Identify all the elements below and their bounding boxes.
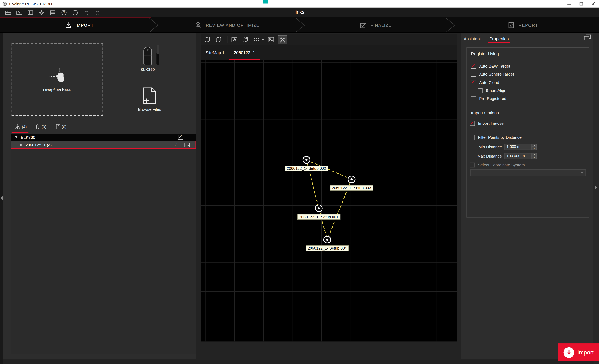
setup-label[interactable]: 2060122_1- Setup 002: [285, 166, 328, 171]
close-button[interactable]: [587, 0, 599, 8]
tree-root-row[interactable]: BLK360: [11, 134, 196, 141]
option-label: Filter Points by Distance: [478, 135, 521, 140]
option-pre-registered[interactable]: Pre-Registered: [471, 95, 586, 102]
device-list-scrollbar[interactable]: [156, 45, 159, 65]
option-select-coordinate-system: Select Coordinate System: [470, 162, 585, 168]
links-tool-button[interactable]: [278, 35, 287, 44]
right-collapse-strip[interactable]: [594, 33, 599, 364]
option-import-images[interactable]: Import Images: [470, 120, 585, 126]
toolbar-separator: [227, 36, 227, 43]
max-distance-stepper[interactable]: [532, 153, 537, 159]
tree-child-check-icon[interactable]: [174, 142, 180, 147]
checkbox[interactable]: [470, 135, 475, 140]
workflow-step-report[interactable]: REPORT: [446, 18, 599, 32]
sitemap-canvas[interactable]: 2060122_1- Setup 0022060122_1- Setup 003…: [201, 60, 457, 341]
option-filter-points[interactable]: Filter Points by Distance: [470, 134, 585, 140]
collapse-left-panel-icon[interactable]: [0, 196, 3, 200]
tab-attachments[interactable]: (0): [31, 120, 51, 133]
chevron-right-icon[interactable]: [20, 143, 22, 146]
sitemap-add-button[interactable]: [204, 35, 212, 44]
image-target-icon: [231, 36, 238, 43]
option-auto-bw-target[interactable]: Auto B&W Target: [471, 63, 586, 69]
maximize-button[interactable]: [575, 0, 587, 8]
app-logo-icon: [2, 1, 7, 6]
stepper-up-icon[interactable]: [532, 153, 537, 156]
project-title: links: [0, 9, 599, 15]
blk360-device-icon[interactable]: [142, 46, 153, 66]
import-tray-icon: [64, 21, 72, 29]
map-pin-button[interactable]: [241, 35, 250, 44]
workflow-step-label: FINALIZE: [370, 23, 391, 27]
import-source-panel: Drag files here. BLK360 Browse Files (4): [3, 33, 196, 359]
stepper-down-icon[interactable]: [532, 156, 537, 159]
setup-link-line[interactable]: [319, 208, 327, 239]
titlebar-artifact: [263, 0, 268, 3]
checkbox[interactable]: [471, 71, 476, 76]
drag-hand-icon: [48, 67, 67, 83]
coordinate-system-dropdown: [470, 169, 586, 176]
setup-point[interactable]: [348, 176, 355, 183]
stepper-down-icon[interactable]: [532, 147, 537, 150]
import-button-label: Import: [577, 349, 594, 356]
checkbox[interactable]: [471, 96, 476, 101]
min-distance-input[interactable]: 1.000 m: [504, 144, 531, 150]
max-distance-input[interactable]: 100.000 m: [504, 153, 531, 159]
setup-label[interactable]: 2060122_1- Setup 004: [306, 245, 349, 251]
setup-label[interactable]: 2060122_1- Setup 003: [330, 185, 373, 191]
tab-2060122-1[interactable]: 2060122_1: [229, 45, 260, 60]
chevron-down-icon[interactable]: [15, 136, 18, 138]
sitemap-tabs: SiteMap 1 2060122_1: [201, 45, 457, 60]
workflow-step-import[interactable]: IMPORT: [0, 18, 158, 32]
titlebar: Cyclone REGISTER 360: [0, 0, 599, 8]
option-auto-sphere-target[interactable]: Auto Sphere Target: [471, 71, 586, 77]
tab-sitemap-1[interactable]: SiteMap 1: [201, 45, 229, 60]
panel-layout-icon[interactable]: [584, 34, 591, 41]
checkbox[interactable]: [470, 121, 475, 126]
setup-point[interactable]: [324, 236, 331, 243]
option-label: Auto Cloud: [479, 80, 499, 85]
links-tool-icon: [279, 36, 286, 43]
minimize-button[interactable]: [563, 0, 575, 8]
option-smart-align[interactable]: Smart Align: [477, 87, 585, 93]
sitemap-toolbar: [201, 34, 457, 45]
tree-child-row[interactable]: 2060122_1 (4): [11, 141, 196, 149]
properties-panel: Assistant Properties Register Using Auto…: [461, 33, 594, 359]
tab-assistant[interactable]: Assistant: [462, 36, 483, 43]
import-button[interactable]: Import: [558, 343, 599, 361]
option-label: Auto Sphere Target: [479, 72, 514, 76]
browse-files-icon[interactable]: [143, 87, 157, 104]
grid-snap-button[interactable]: [253, 35, 261, 44]
workflow-step-finalize[interactable]: FINALIZE: [296, 18, 455, 32]
setup-point[interactable]: [303, 156, 310, 163]
sitemap-add-icon: [204, 36, 211, 43]
min-distance-stepper[interactable]: [532, 144, 537, 150]
image-preview-icon[interactable]: [184, 143, 190, 147]
browse-files-label[interactable]: Browse Files: [133, 107, 166, 111]
tab-issues[interactable]: (4): [11, 120, 31, 133]
grid-snap-dropdown-icon[interactable]: [262, 39, 264, 41]
stepper-up-icon[interactable]: [532, 144, 537, 147]
right-panel-tabs: Assistant Properties: [462, 36, 510, 43]
workflow-step-review[interactable]: REVIEW AND OPTIMIZE: [150, 18, 304, 32]
file-dropzone[interactable]: Drag files here.: [12, 43, 103, 116]
tab-flags[interactable]: (0): [51, 120, 71, 133]
tab-properties[interactable]: Properties: [488, 36, 510, 43]
tree-root-checkbox[interactable]: [178, 135, 183, 140]
checkbox[interactable]: [471, 80, 476, 85]
max-distance-label: Max Distance: [471, 153, 502, 158]
maximize-icon: [579, 1, 583, 6]
tree-child-label: 2060122_1 (4): [25, 143, 52, 147]
import-tree: BLK360 2060122_1 (4): [11, 134, 196, 354]
option-auto-cloud[interactable]: Auto Cloud: [471, 79, 586, 85]
import-circle-icon: [564, 347, 574, 358]
sitemap-remove-button[interactable]: [215, 35, 223, 44]
image-target-button[interactable]: [230, 35, 238, 44]
checkbox[interactable]: [471, 64, 476, 68]
setup-point[interactable]: [315, 205, 322, 212]
tab-label: SiteMap 1: [205, 51, 224, 55]
expand-right-panel-icon[interactable]: [595, 185, 598, 189]
checkbox[interactable]: [477, 88, 483, 93]
left-collapse-strip[interactable]: [0, 33, 3, 364]
image-view-button[interactable]: [267, 35, 275, 44]
setup-label[interactable]: 2060122_1- Setup 001: [297, 214, 340, 220]
